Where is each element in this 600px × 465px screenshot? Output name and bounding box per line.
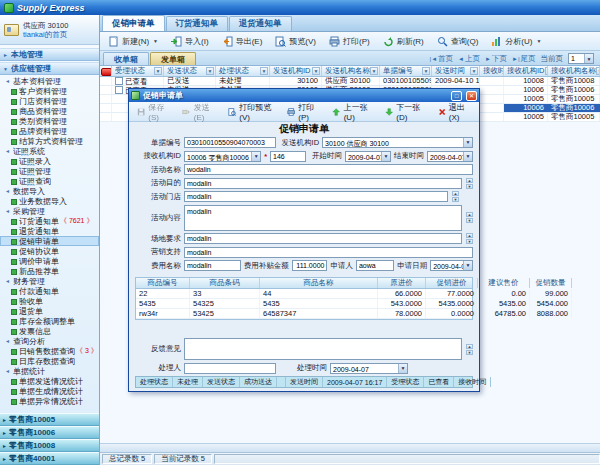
prev-record-button[interactable]: 上一张(U): [332, 102, 373, 122]
sidebar-item[interactable]: 调价申请单: [0, 256, 99, 266]
sidebar-item[interactable]: 单据生成情况统计: [0, 386, 99, 396]
sidebar-item[interactable]: 单据发送情况统计: [0, 376, 99, 386]
query-button[interactable]: 查询(Q): [437, 36, 479, 47]
filter-dropdown-icon[interactable]: ▼: [596, 67, 600, 75]
spinner-icon[interactable]: ▲▼: [466, 178, 473, 189]
chevron-down-icon[interactable]: ▼: [463, 261, 472, 270]
sidebar-item[interactable]: 业务数据导入: [0, 196, 99, 206]
export-button[interactable]: 导出(E): [222, 36, 263, 47]
send-org-select[interactable]: 30100 供应商 30100▼: [322, 137, 473, 148]
column-header[interactable]: 发送时间▼: [432, 66, 480, 76]
mkt-support-field[interactable]: modalin: [184, 247, 473, 258]
print-preview-button[interactable]: 打印预览(V): [228, 102, 275, 122]
activity-goal-field[interactable]: modalin: [184, 178, 462, 189]
analyze-button[interactable]: 分析(U)▼: [491, 36, 541, 47]
fee-amount-field[interactable]: 111.0000: [292, 260, 328, 271]
filter-dropdown-icon[interactable]: ▼: [470, 67, 478, 75]
accordion-bar[interactable]: 零售商10006: [0, 426, 99, 439]
sidebar-item[interactable]: 结算方式资料管理: [0, 136, 99, 146]
filter-dropdown-icon[interactable]: ▼: [422, 67, 430, 75]
filter-dropdown-icon[interactable]: ▼: [312, 67, 320, 75]
sidebar-item[interactable]: 客户资料管理: [0, 86, 99, 96]
horizontal-scrollbar[interactable]: [100, 443, 600, 452]
sidebar-item[interactable]: 单据统计: [0, 366, 99, 376]
page-select[interactable]: 1▼: [568, 53, 594, 64]
sidebar-item[interactable]: 证照系统: [0, 146, 99, 156]
accordion-bar[interactable]: 零售商10005: [0, 413, 99, 426]
sidebar-item[interactable]: 门店资料管理: [0, 96, 99, 106]
sidebar-item[interactable]: 数据导入: [0, 186, 99, 196]
filter-dropdown-icon[interactable]: ▼: [370, 67, 378, 75]
activity-store-field[interactable]: modalin: [184, 191, 448, 202]
exit-button[interactable]: 退出(X): [438, 102, 471, 122]
sidebar-item[interactable]: 单据异常情况统计: [0, 396, 99, 406]
column-header[interactable]: 发送状态▼: [164, 66, 216, 76]
doc-no-field[interactable]: 03010010550904070003: [184, 137, 276, 148]
prev-page-button[interactable]: ◄上页: [458, 54, 480, 64]
new-button[interactable]: 新建(N)▼: [108, 36, 158, 47]
column-header[interactable]: 处理状态▼: [216, 66, 270, 76]
spinner-icon[interactable]: ▲▼: [466, 233, 473, 244]
sidebar-item[interactable]: 查询分析: [0, 336, 99, 346]
sidebar-item[interactable]: 商品资料管理: [0, 106, 99, 116]
chevron-down-icon[interactable]: ▼: [463, 138, 472, 147]
tab-promo-application[interactable]: 促销申请单: [102, 15, 165, 31]
chevron-down-icon[interactable]: ▼: [381, 152, 390, 161]
first-page-button[interactable]: |◄首页: [430, 54, 454, 64]
column-header[interactable]: 接收机构名称▼: [548, 66, 600, 76]
spinner-icon[interactable]: ▲▼: [466, 212, 473, 223]
recv-org-select[interactable]: 10006 零售商10006▼: [184, 151, 261, 162]
handler-field[interactable]: [184, 363, 276, 374]
print-button[interactable]: 打印(P): [329, 36, 370, 47]
sidebar-item[interactable]: 本地管理: [0, 48, 99, 61]
sidebar-item[interactable]: 基本资料管理: [0, 76, 99, 86]
apply-date-select[interactable]: 2009-04-07▼: [430, 260, 473, 271]
activity-content-textarea[interactable]: modalin: [184, 205, 462, 231]
table-row[interactable]: 已查看 已发送 未处理 30100 供应商 30100 030100105509…: [100, 77, 600, 86]
sidebar-item[interactable]: 财务管理: [0, 276, 99, 286]
chevron-down-icon[interactable]: ▼: [251, 152, 260, 161]
accordion-bar[interactable]: 零售商40001: [0, 452, 99, 465]
dialog-print-button[interactable]: 打印(P): [287, 102, 320, 122]
next-record-button[interactable]: 下一张(D): [385, 102, 426, 122]
sidebar-item[interactable]: 退货单: [0, 306, 99, 316]
send-button[interactable]: 发送(E): [182, 102, 215, 122]
handle-time-select[interactable]: 2009-04-07▼: [330, 363, 408, 374]
grid-row[interactable]: rw34r 53425 64587347 78.0000 0.0000 6478…: [136, 309, 472, 319]
chevron-down-icon[interactable]: ▼: [398, 364, 407, 373]
sidebar-item[interactable]: 证照录入: [0, 156, 99, 166]
aux-field[interactable]: 146: [270, 151, 306, 162]
sidebar-item[interactable]: 库存金额调整单: [0, 316, 99, 326]
tab-return-notice[interactable]: 退货通知单: [229, 16, 292, 31]
column-header[interactable]: 受理状态▼: [112, 66, 164, 76]
fee-name-field[interactable]: modalin: [184, 260, 241, 271]
column-header[interactable]: 发送机构ID▼: [270, 66, 322, 76]
sidebar-item[interactable]: 日库存数据查询: [0, 356, 99, 366]
activity-name-field[interactable]: wodalin: [184, 164, 473, 175]
grid-row[interactable]: 5435 54325 5435 543.0000 5435.0000 5435.…: [136, 299, 472, 309]
column-header[interactable]: 接收时间▼: [480, 66, 504, 76]
tab-order-notice[interactable]: 订货通知单: [166, 16, 229, 31]
chevron-down-icon[interactable]: ▼: [536, 38, 541, 44]
column-header[interactable]: 单据编号▼: [380, 66, 432, 76]
start-time-select[interactable]: 2009-04-07▼: [345, 151, 391, 162]
chevron-down-icon[interactable]: ▼: [584, 54, 593, 63]
import-button[interactable]: 导入(I): [171, 36, 209, 47]
tab-outbox[interactable]: 发单箱: [150, 52, 196, 65]
sidebar-item[interactable]: 新品推荐单: [0, 266, 99, 276]
column-header[interactable]: 发送机构名称▼: [322, 66, 380, 76]
refresh-button[interactable]: 刷新(R): [383, 36, 424, 47]
sidebar-item[interactable]: 采购管理: [0, 206, 99, 216]
sidebar-item[interactable]: 促销协议单: [0, 246, 99, 256]
tab-inbox[interactable]: 收单箱: [103, 52, 149, 65]
accordion-bar[interactable]: 零售商10008: [0, 439, 99, 452]
sidebar-item[interactable]: 供应链管理: [0, 62, 99, 75]
close-icon[interactable]: ✕: [466, 91, 477, 101]
column-header[interactable]: 接收机构ID▼: [504, 66, 548, 76]
sidebar-item[interactable]: 证照管理: [0, 166, 99, 176]
applicant-field[interactable]: aowa: [356, 260, 394, 271]
next-page-button[interactable]: ►下页: [485, 54, 507, 64]
user-home-link[interactable]: tiankai的首页: [23, 30, 68, 39]
spinner-icon[interactable]: ▲▼: [466, 344, 473, 355]
sidebar-item[interactable]: 订货通知单 《 7621 》: [0, 216, 99, 226]
